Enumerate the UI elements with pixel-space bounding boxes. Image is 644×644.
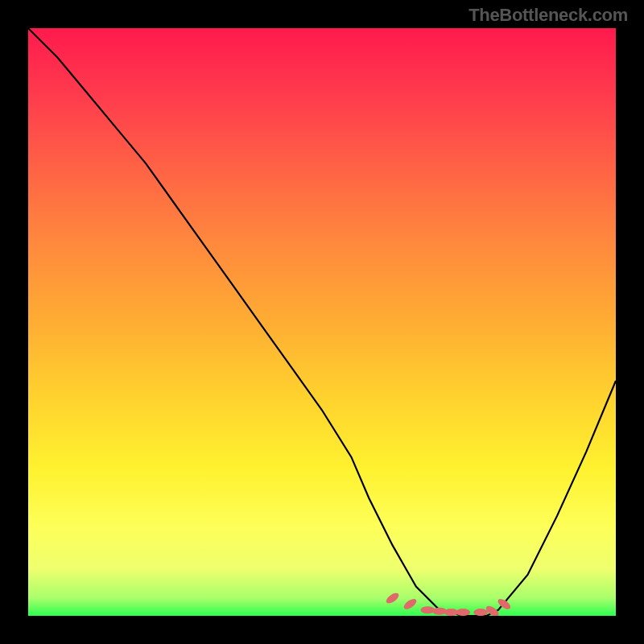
bottleneck-curve bbox=[28, 28, 616, 616]
marker-dot bbox=[456, 609, 470, 616]
marker-dot bbox=[473, 609, 488, 616]
minimum-marker-cluster bbox=[385, 591, 513, 616]
marker-dot bbox=[385, 591, 401, 605]
attribution-text: TheBottleneck.com bbox=[469, 5, 628, 26]
marker-dot bbox=[402, 597, 419, 612]
curve-svg bbox=[28, 28, 616, 616]
chart-frame: TheBottleneck.com bbox=[0, 0, 644, 644]
plot-area bbox=[28, 28, 616, 616]
